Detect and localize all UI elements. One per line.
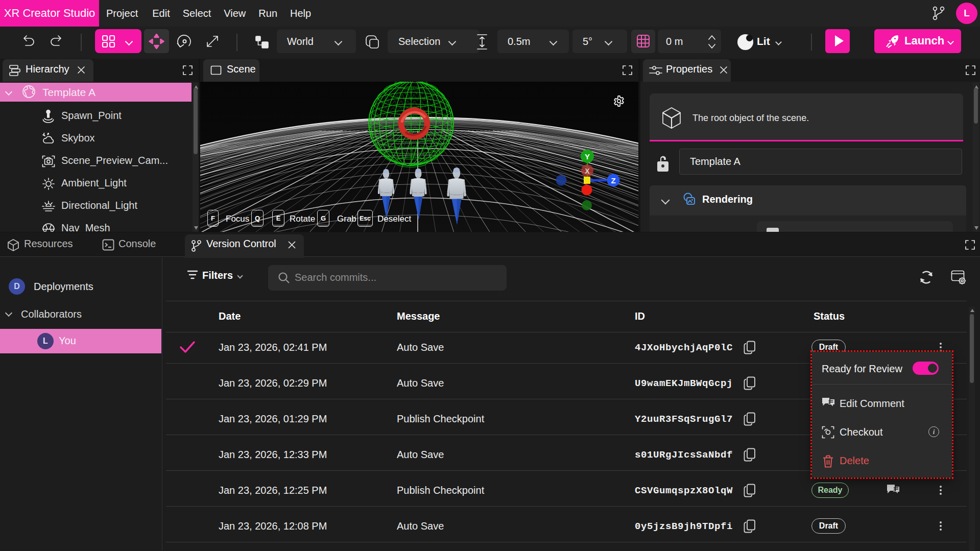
svg-text:Y: Y [585, 152, 590, 161]
svg-text:X: X [585, 167, 590, 175]
svg-text:Z: Z [611, 176, 615, 185]
